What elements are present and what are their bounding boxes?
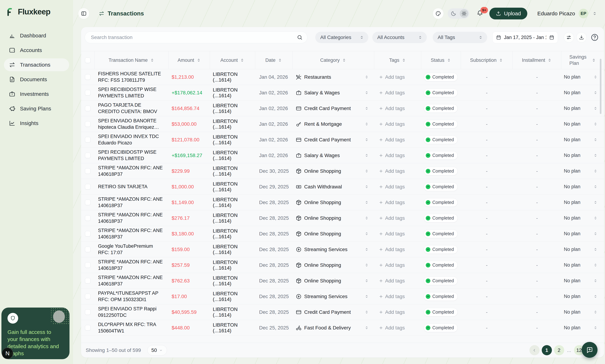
category-select[interactable]: Rent & Mortgage (293, 116, 374, 132)
add-tags-button[interactable]: Add tags (379, 121, 405, 127)
savings-plan-select[interactable]: No plan (561, 179, 604, 195)
export-download-button[interactable] (576, 32, 587, 43)
add-tags-button[interactable]: Add tags (379, 262, 405, 268)
row-checkbox[interactable] (85, 168, 91, 174)
row-checkbox[interactable] (85, 262, 91, 268)
category-select[interactable]: Online Shopping (293, 210, 374, 226)
savings-plan-select[interactable]: No plan (561, 210, 604, 226)
select-all-checkbox[interactable] (85, 58, 91, 63)
row-checkbox[interactable] (85, 184, 91, 189)
notifications-button[interactable]: 9+ (477, 10, 483, 17)
column-header-account[interactable]: Account (210, 51, 255, 69)
category-select[interactable]: Online Shopping (293, 195, 374, 210)
add-tags-button[interactable]: Add tags (379, 90, 405, 96)
row-checkbox[interactable] (85, 74, 91, 80)
savings-plan-select[interactable]: No plan (561, 69, 604, 85)
category-select[interactable]: Online Shopping (293, 226, 374, 241)
column-settings-button[interactable] (564, 32, 574, 43)
savings-plan-select[interactable]: No plan (561, 289, 604, 304)
add-tags-button[interactable]: Add tags (379, 247, 405, 252)
row-checkbox[interactable] (85, 153, 91, 158)
column-header-tags[interactable]: Tags (374, 51, 421, 69)
dark-light-toggle[interactable] (448, 8, 469, 19)
row-checkbox[interactable] (85, 215, 91, 221)
category-select[interactable]: Streaming Services (293, 289, 374, 304)
upload-button[interactable]: Upload (489, 8, 527, 19)
category-select[interactable]: Online Shopping (293, 273, 374, 288)
help-button[interactable] (591, 33, 599, 41)
row-checkbox[interactable] (85, 247, 91, 252)
savings-plan-select[interactable]: No plan (561, 242, 604, 257)
savings-plan-select[interactable]: No plan (561, 273, 604, 288)
sidebar-item-dashboard[interactable]: Dashboard (4, 29, 69, 42)
add-tags-button[interactable]: Add tags (379, 184, 405, 190)
column-header-savings-plan[interactable]: Savings Plan (561, 51, 604, 69)
category-select[interactable]: Salary & Wages (293, 85, 374, 100)
previous-page-button[interactable] (529, 345, 540, 355)
sidebar-item-accounts[interactable]: Accounts (4, 44, 69, 57)
row-checkbox[interactable] (85, 309, 91, 315)
category-select[interactable]: Credit Card Payment (293, 304, 374, 320)
add-tags-button[interactable]: Add tags (379, 106, 405, 111)
categories-filter[interactable]: All Categories (315, 32, 368, 43)
dev-tools-badge[interactable]: N (2, 348, 13, 359)
savings-plan-select[interactable]: No plan (561, 85, 604, 100)
page-button-2[interactable]: 2 (554, 345, 564, 355)
column-header-amount[interactable]: Amount (169, 51, 210, 69)
row-checkbox[interactable] (85, 278, 91, 284)
column-header-status[interactable]: Status (421, 51, 461, 69)
row-checkbox[interactable] (85, 294, 91, 299)
savings-plan-select[interactable]: No plan (561, 101, 604, 116)
page-size-select[interactable]: 50 (147, 345, 167, 355)
category-select[interactable]: Restaurants (293, 69, 374, 85)
accounts-filter[interactable]: All Accounts (372, 32, 427, 43)
search-icon[interactable] (297, 35, 303, 40)
add-tags-button[interactable]: Add tags (379, 215, 405, 221)
row-checkbox[interactable] (85, 325, 91, 331)
column-header-category[interactable]: Category (293, 51, 374, 69)
savings-plan-select[interactable]: No plan (561, 116, 604, 132)
add-tags-button[interactable]: Add tags (379, 294, 405, 299)
column-header-transaction-name[interactable]: Transaction Name (94, 51, 169, 69)
column-header-installment[interactable]: Installment (513, 51, 561, 69)
category-select[interactable]: Salary & Wages (293, 148, 374, 163)
add-tags-button[interactable]: Add tags (379, 200, 405, 205)
row-checkbox[interactable] (85, 137, 91, 143)
savings-plan-select[interactable]: No plan (561, 148, 604, 163)
row-checkbox[interactable] (85, 231, 91, 236)
search-input[interactable] (91, 35, 297, 40)
savings-plan-select[interactable]: No plan (561, 304, 604, 320)
row-checkbox[interactable] (85, 106, 91, 111)
column-header-date[interactable]: Date (255, 51, 293, 69)
category-select[interactable]: Cash Withdrawal (293, 179, 374, 195)
savings-plan-select[interactable]: No plan (561, 226, 604, 241)
avatar[interactable]: EP (579, 9, 588, 18)
savings-plan-select[interactable]: No plan (561, 195, 604, 210)
feedback-chat-button[interactable] (582, 342, 598, 358)
category-select[interactable]: Online Shopping (293, 163, 374, 179)
sidebar-item-investments[interactable]: Investments (4, 88, 69, 100)
page-button-1[interactable]: 1 (542, 345, 552, 355)
row-checkbox[interactable] (85, 121, 91, 127)
category-select[interactable]: Credit Card Payment (293, 101, 374, 116)
row-checkbox[interactable] (85, 90, 91, 95)
sidebar-toggle-button[interactable] (78, 8, 89, 19)
column-header-subscription[interactable]: Subscription (461, 51, 513, 69)
sidebar-item-insights[interactable]: Insights (4, 117, 69, 130)
add-tags-button[interactable]: Add tags (379, 325, 405, 331)
savings-plan-select[interactable]: No plan (561, 320, 604, 336)
category-select[interactable]: Credit Card Payment (293, 132, 374, 147)
savings-plan-select[interactable]: No plan (561, 257, 604, 273)
scrollbar-thumb[interactable] (600, 59, 601, 114)
category-select[interactable]: Streaming Services (293, 242, 374, 257)
row-checkbox[interactable] (85, 200, 91, 205)
tags-filter[interactable]: All Tags (433, 32, 487, 43)
sidebar-item-transactions[interactable]: Transactions (4, 58, 69, 71)
add-tags-button[interactable]: Add tags (379, 74, 405, 80)
savings-plan-select[interactable]: No plan (561, 132, 604, 147)
sidebar-item-saving-plans[interactable]: Saving Plans (4, 102, 69, 115)
theme-palette-button[interactable] (433, 8, 444, 19)
sidebar-item-documents[interactable]: Documents (4, 73, 69, 86)
add-tags-button[interactable]: Add tags (379, 168, 405, 174)
date-range-picker[interactable]: Jan 17, 2025 - Jan 16, 20... (492, 32, 558, 43)
